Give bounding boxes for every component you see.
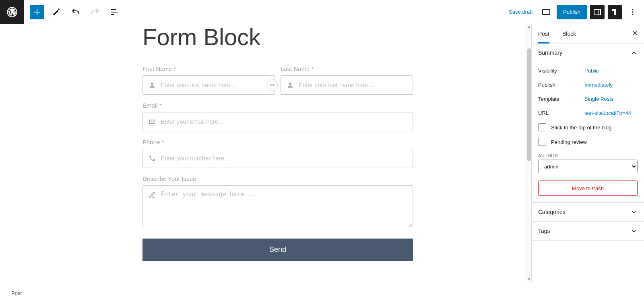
edit-tools-button[interactable] <box>49 5 64 19</box>
phone-icon <box>149 155 156 162</box>
author-label: AUTHOR <box>538 153 638 158</box>
document-overview-button[interactable] <box>107 5 122 19</box>
email-label: Email * <box>142 102 413 109</box>
breadcrumb-post[interactable]: Post <box>11 290 22 296</box>
svg-rect-1 <box>111 9 116 10</box>
wordpress-logo-button[interactable] <box>0 0 24 24</box>
edit-icon <box>149 191 156 199</box>
template-value[interactable]: Single Posts <box>584 96 638 102</box>
options-button[interactable] <box>625 5 640 19</box>
first-name-column[interactable]: First Name * <box>142 65 275 95</box>
redo-button[interactable] <box>88 5 102 19</box>
visibility-value[interactable]: Public <box>584 68 638 74</box>
toolbar-right-group: Save draft Publish <box>506 5 644 19</box>
svg-point-7 <box>632 9 633 10</box>
svg-point-8 <box>632 11 633 12</box>
tab-post[interactable]: Post <box>532 24 556 43</box>
user-icon <box>287 81 294 89</box>
editor-content: Form Block First Name * Last Name * <box>142 24 413 277</box>
url-value[interactable]: test-site.local/?p=44 <box>584 110 638 116</box>
publish-label: Publish <box>538 82 584 88</box>
message-textarea[interactable] <box>161 191 407 222</box>
phone-input-wrap <box>142 149 413 168</box>
email-input[interactable] <box>161 118 407 125</box>
add-block-button[interactable] <box>30 5 44 19</box>
move-to-trash-button[interactable]: Move to trash <box>538 181 638 196</box>
last-name-column[interactable]: Last Name * <box>281 65 413 95</box>
last-name-input-wrap <box>281 75 413 95</box>
svg-point-9 <box>632 14 633 15</box>
svg-rect-4 <box>543 9 550 14</box>
visibility-row: Visibility Public <box>538 64 638 78</box>
message-input-wrap <box>142 185 413 227</box>
publish-button[interactable]: Publish <box>557 5 587 19</box>
pending-row: Pending review <box>538 135 638 149</box>
settings-sidebar-button[interactable] <box>590 5 605 19</box>
redo-icon <box>90 7 100 17</box>
editor-canvas[interactable]: Form Block First Name * Last Name * <box>24 24 531 282</box>
author-select[interactable]: admin <box>538 160 638 173</box>
stick-label: Stick to the top of the blog <box>551 125 611 131</box>
tab-block[interactable]: Block <box>556 24 582 43</box>
categories-title: Categories <box>538 209 566 215</box>
sidebar-tabs: Post Block <box>532 24 644 44</box>
stick-row: Stick to the top of the blog <box>538 120 638 135</box>
send-button[interactable]: Send <box>142 239 413 261</box>
svg-rect-3 <box>111 14 114 15</box>
tags-title: Tags <box>538 228 550 234</box>
email-column[interactable]: Email * <box>142 102 413 131</box>
resize-horizontal-icon <box>269 82 275 88</box>
close-icon <box>632 29 639 37</box>
summary-panel: Summary Visibility Public Publish Immedi… <box>532 44 644 203</box>
message-label: Describe Your Issue <box>142 175 413 182</box>
url-row: URL test-site.local/?p=44 <box>538 106 638 120</box>
settings-sidebar: Post Block Summary Visibility Public Pub… <box>531 24 644 282</box>
chevron-down-icon <box>630 227 638 235</box>
column-resize-handle[interactable] <box>266 79 278 91</box>
pencil-icon <box>52 7 61 17</box>
categories-header[interactable]: Categories <box>532 203 644 221</box>
tags-header[interactable]: Tags <box>532 222 644 240</box>
left-rail <box>0 24 24 282</box>
undo-button[interactable] <box>68 5 83 19</box>
last-name-input[interactable] <box>299 81 407 88</box>
template-row: Template Single Posts <box>538 92 638 106</box>
email-input-wrap <box>142 112 413 131</box>
sidebar-icon <box>592 7 602 17</box>
chevron-up-icon <box>630 49 638 56</box>
outline-icon <box>109 7 119 17</box>
pending-label: Pending review <box>551 139 587 145</box>
plugin-icon <box>610 7 620 17</box>
form-row-name: First Name * Last Name * <box>142 65 413 102</box>
stick-checkbox[interactable] <box>538 123 546 131</box>
summary-body: Visibility Public Publish Immediately Te… <box>532 62 644 202</box>
envelope-icon <box>149 118 156 125</box>
phone-input[interactable] <box>161 155 407 162</box>
first-name-label: First Name * <box>142 65 275 72</box>
device-icon <box>541 7 551 17</box>
first-name-input[interactable] <box>161 81 269 88</box>
phone-column[interactable]: Phone * <box>142 139 413 168</box>
svg-point-11 <box>289 83 291 85</box>
pending-checkbox[interactable] <box>538 138 546 146</box>
preview-button[interactable] <box>539 5 553 19</box>
publish-row: Publish Immediately <box>538 78 638 92</box>
undo-icon <box>71 7 80 17</box>
top-toolbar: Save draft Publish <box>0 0 644 24</box>
categories-panel: Categories <box>532 203 644 222</box>
publish-value[interactable]: Immediately <box>584 82 638 88</box>
close-sidebar-button[interactable] <box>630 28 641 39</box>
scroll-thumb[interactable] <box>527 48 531 161</box>
editor-scrollbar[interactable]: ▲ ▼ <box>526 24 531 282</box>
message-column[interactable]: Describe Your Issue <box>142 175 413 227</box>
visibility-label: Visibility <box>538 68 584 74</box>
wordpress-icon <box>6 6 18 18</box>
plus-icon <box>32 7 42 17</box>
user-icon <box>149 81 156 89</box>
footer-breadcrumb: Post <box>0 287 644 299</box>
toolbar-left-group <box>24 5 122 19</box>
summary-header[interactable]: Summary <box>532 44 644 62</box>
plugin-sidebar-button[interactable] <box>608 5 622 19</box>
page-title[interactable]: Form Block <box>142 24 413 50</box>
save-draft-button[interactable]: Save draft <box>506 6 536 18</box>
